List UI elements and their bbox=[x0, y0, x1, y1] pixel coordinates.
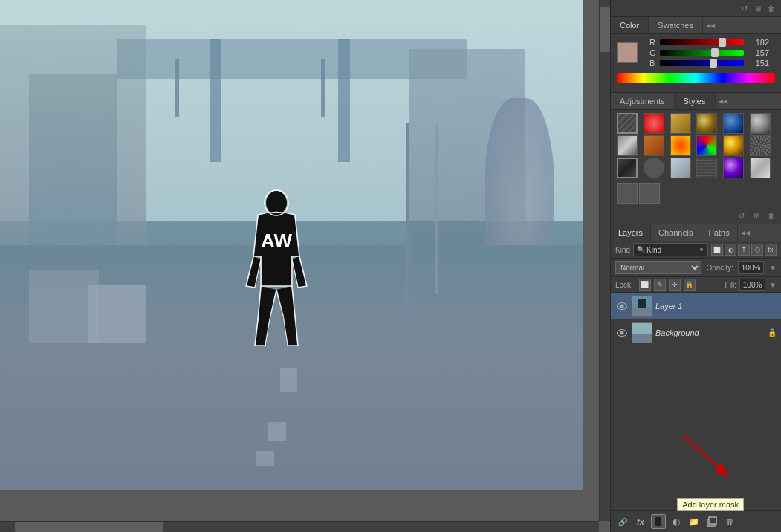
channel-r-value[interactable]: 182 bbox=[747, 38, 769, 47]
background-visibility[interactable] bbox=[615, 326, 629, 340]
panel-top-delete-icon[interactable]: 🗑 bbox=[765, 1, 778, 15]
color-panel-tabs: Color Swatches ◀◀ bbox=[611, 17, 781, 34]
tab-channels[interactable]: Channels bbox=[651, 224, 701, 241]
style-multi[interactable] bbox=[696, 135, 717, 156]
panel-top-action-icon[interactable]: ⊞ bbox=[751, 1, 765, 15]
layers-panel-tabs: Layers Channels Paths ◀◀ bbox=[611, 224, 781, 241]
style-gray-sphere[interactable] bbox=[750, 113, 771, 134]
style-yellow[interactable] bbox=[723, 135, 744, 156]
channel-r-label: R bbox=[649, 38, 657, 47]
style-extra-2[interactable] bbox=[639, 183, 660, 204]
mask-icon-inner bbox=[655, 517, 661, 526]
channel-g-label: G bbox=[649, 48, 657, 57]
color-spectrum-bar[interactable] bbox=[617, 73, 775, 83]
channel-r-slider[interactable] bbox=[660, 39, 744, 45]
style-light-sphere[interactable] bbox=[670, 158, 691, 178]
adjustments-panel-collapse[interactable]: ◀◀ bbox=[716, 97, 730, 106]
kind-pixel-filter[interactable]: ⬜ bbox=[711, 244, 723, 256]
color-preview-swatch[interactable] bbox=[617, 42, 638, 63]
blend-mode-select[interactable]: Normal bbox=[615, 261, 701, 274]
layer-1-eye-icon[interactable] bbox=[617, 302, 627, 310]
new-adjustment-btn[interactable]: ◐ bbox=[669, 514, 684, 529]
panel-top-history-icon[interactable]: ↺ bbox=[738, 1, 751, 15]
opacity-label: Opacity: bbox=[706, 264, 733, 272]
kind-adjust-filter[interactable]: ◐ bbox=[725, 244, 736, 256]
kind-text-filter[interactable]: T bbox=[738, 244, 750, 256]
opacity-arrow[interactable]: ▼ bbox=[769, 264, 777, 272]
link-layers-btn[interactable]: 🔗 bbox=[615, 514, 630, 529]
color-panel: Color Swatches ◀◀ R 182 G bbox=[611, 17, 781, 93]
tab-layers[interactable]: Layers bbox=[611, 224, 651, 241]
style-sphere[interactable] bbox=[696, 113, 717, 134]
layers-history-icon[interactable]: ↺ bbox=[735, 209, 748, 222]
style-light-grad[interactable] bbox=[750, 158, 771, 178]
kind-dropdown-label[interactable]: Kind bbox=[646, 246, 661, 254]
style-chrome[interactable] bbox=[617, 135, 638, 156]
new-layer-btn[interactable] bbox=[704, 514, 719, 529]
background-eye-icon[interactable] bbox=[617, 329, 627, 337]
layers-spacer bbox=[611, 346, 781, 510]
layers-action-icon[interactable]: ⊞ bbox=[750, 209, 763, 222]
channel-g-slider[interactable] bbox=[660, 50, 744, 56]
lock-position-btn[interactable]: ✛ bbox=[669, 279, 681, 291]
fill-label: Fill: bbox=[725, 281, 737, 289]
canvas-hscrollbar[interactable] bbox=[0, 521, 599, 532]
style-dark[interactable] bbox=[617, 158, 638, 178]
lock-label: Lock: bbox=[615, 281, 633, 289]
layer-1-visibility[interactable] bbox=[615, 299, 629, 313]
street-scene: AW bbox=[0, 0, 583, 490]
color-swatch-row: R 182 G 157 B bbox=[611, 34, 781, 70]
svg-point-0 bbox=[266, 191, 287, 215]
channel-b-label: B bbox=[649, 59, 657, 68]
channel-g-value[interactable]: 157 bbox=[747, 48, 769, 57]
color-panel-collapse[interactable]: ◀◀ bbox=[703, 21, 718, 30]
canvas-area: AW bbox=[0, 0, 610, 532]
lock-all-btn[interactable]: 🔒 bbox=[684, 279, 696, 291]
layers-panel-collapse[interactable]: ◀◀ bbox=[738, 228, 753, 238]
tab-swatches[interactable]: Swatches bbox=[649, 17, 703, 33]
add-layer-mask-tooltip: Add layer mask bbox=[677, 498, 744, 511]
style-copper[interactable] bbox=[644, 135, 664, 156]
kind-smart-filter[interactable]: ⬡ bbox=[751, 244, 763, 256]
style-circle[interactable] bbox=[644, 158, 664, 178]
style-red[interactable] bbox=[644, 113, 664, 134]
canvas-image[interactable]: AW bbox=[0, 0, 583, 490]
style-lines[interactable] bbox=[696, 158, 717, 178]
style-blue-sphere[interactable] bbox=[723, 113, 744, 134]
tab-adjustments[interactable]: Adjustments bbox=[611, 93, 675, 109]
fill-value[interactable]: 100% bbox=[739, 279, 765, 291]
lock-paint-btn[interactable]: ✎ bbox=[654, 279, 666, 291]
styles-extra-row bbox=[611, 181, 781, 207]
layer-item-1[interactable]: Layer 1 bbox=[611, 293, 781, 319]
channel-b-slider[interactable] bbox=[660, 60, 744, 66]
channel-b-row: B 151 bbox=[644, 58, 775, 68]
svg-rect-11 bbox=[709, 517, 716, 524]
style-gold[interactable] bbox=[670, 113, 691, 134]
background-lock-icon: 🔒 bbox=[768, 328, 777, 338]
opacity-value[interactable]: 100% bbox=[738, 261, 764, 274]
lock-transparency-btn[interactable]: ⬜ bbox=[639, 279, 651, 291]
tab-styles[interactable]: Styles bbox=[675, 93, 716, 109]
style-texture[interactable] bbox=[750, 135, 771, 156]
background-name: Background bbox=[655, 328, 768, 337]
layer-item-background[interactable]: Background 🔒 bbox=[611, 319, 781, 346]
tab-color[interactable]: Color bbox=[611, 17, 649, 33]
tab-paths[interactable]: Paths bbox=[701, 224, 738, 241]
layers-delete-top-icon[interactable]: 🗑 bbox=[765, 209, 778, 222]
layer-1-name: Layer 1 bbox=[655, 302, 777, 311]
style-none[interactable] bbox=[617, 113, 638, 134]
channel-b-value[interactable]: 151 bbox=[747, 59, 769, 68]
canvas-vscrollbar[interactable] bbox=[599, 0, 610, 521]
add-layer-mask-btn[interactable] bbox=[651, 514, 666, 529]
fx-btn[interactable]: fx bbox=[633, 514, 648, 529]
style-purple[interactable] bbox=[723, 158, 744, 178]
style-extra-1[interactable] bbox=[617, 183, 638, 204]
layers-top-actions: ↺ ⊞ 🗑 bbox=[611, 207, 781, 224]
fill-arrow[interactable]: ▼ bbox=[769, 281, 777, 289]
kind-dropdown-arrow[interactable]: ▼ bbox=[699, 247, 704, 253]
new-group-btn[interactable]: 📁 bbox=[687, 514, 701, 529]
kind-layer-filter[interactable]: fx bbox=[765, 244, 777, 256]
style-fire[interactable] bbox=[670, 135, 691, 156]
delete-layer-btn[interactable]: 🗑 bbox=[722, 514, 737, 529]
svg-rect-7 bbox=[632, 334, 652, 343]
